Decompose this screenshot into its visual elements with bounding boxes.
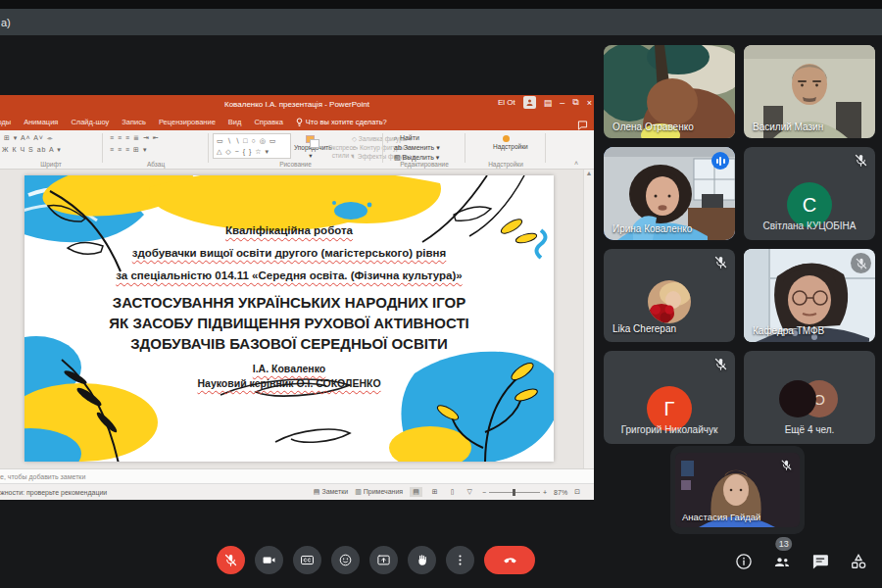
arrange-icon: [306, 135, 315, 143]
group-label-font: Шрифт: [0, 161, 102, 168]
more-vert-icon: [453, 553, 467, 567]
ribbon-group-drawing: ▭ ∖ ∖ □ ○ ◎ ▭ △ ◇ ~ { } ☆ ▾ Упорядочить …: [209, 130, 382, 169]
self-video: Анастасия Гайдай: [675, 453, 800, 527]
align-icons[interactable]: ≡ ≡ ≡ ⊞ ▾: [110, 146, 147, 154]
slide-title-2: ЯК ЗАСОБУ ПІДВИЩЕННЯ РУХОВОЇ АКТИВНОСТІ: [24, 315, 554, 331]
participant-name: Григорий Николайчук: [604, 424, 735, 435]
participant-tile-irina-speaking[interactable]: Ирина Коваленко: [604, 147, 735, 240]
fit-slide-icon[interactable]: ⊡: [574, 488, 580, 496]
slide-author: І.А. Коваленко: [24, 363, 554, 374]
tab-record[interactable]: Запись: [122, 118, 146, 127]
ribbon-group-addins: Надстройки Надстройки: [466, 130, 545, 169]
addins-button[interactable]: Надстройки: [493, 133, 518, 150]
slideshow-icon[interactable]: ▽: [465, 487, 475, 497]
ribbon-display-options-icon[interactable]: ▤: [544, 98, 553, 108]
font-style-icons[interactable]: Ж К Ч S ab A ▾: [2, 146, 62, 154]
videocam-icon: [262, 553, 276, 567]
mic-off-icon: [780, 459, 793, 471]
slide-sorter-icon[interactable]: ⊞: [429, 487, 441, 497]
slide-scrollbar[interactable]: ▲: [583, 170, 594, 468]
group-label-editing: Редактирование: [384, 161, 465, 168]
hand-icon: [415, 553, 429, 567]
replace-button[interactable]: ab Заменить ▾: [394, 143, 440, 153]
meeting-meta-controls: 13: [733, 551, 869, 572]
restore-icon[interactable]: ⧉: [572, 97, 578, 108]
find-button[interactable]: ⌕ Найти: [394, 133, 440, 143]
ppt-title-bar: Коваленко І.А. презентація - PowerPoint …: [0, 95, 594, 114]
participant-tile-overflow[interactable]: О Ещё 4 чел.: [744, 351, 875, 444]
avatar-photo: [648, 280, 691, 323]
ppt-account-name: El Ot: [498, 98, 515, 107]
shapes-gallery[interactable]: ▭ ∖ ∖ □ ○ ◎ ▭ △ ◇ ~ { } ☆ ▾: [213, 133, 291, 159]
mic-off-icon: [713, 357, 728, 371]
accessibility-status[interactable]: жности: проверьте рекомендации: [0, 489, 107, 496]
lightbulb-icon: [296, 118, 303, 127]
browser-tab-bar: a): [0, 9, 882, 35]
minimize-icon[interactable]: –: [560, 98, 564, 108]
present-screen-button[interactable]: [369, 546, 398, 574]
comments-toggle[interactable]: ▥ Примечания: [355, 488, 403, 496]
group-label-addins: Надстройки: [466, 161, 545, 168]
collapse-ribbon-icon[interactable]: ˄: [574, 160, 578, 167]
account-avatar-icon[interactable]: [523, 96, 536, 109]
mic-toggle-button[interactable]: [217, 546, 245, 574]
ppt-status-bar: жности: проверьте рекомендации ▤ Заметки…: [0, 483, 594, 500]
notes-toggle[interactable]: ▤ Заметки: [314, 488, 348, 496]
slide-subtitle-3: за спеціальністю 014.11 «Середня освіта.…: [24, 270, 554, 281]
captions-button[interactable]: [293, 546, 321, 574]
mic-off-icon: [713, 255, 728, 270]
more-options-button[interactable]: [446, 546, 474, 574]
activities-icon: [849, 552, 868, 571]
tell-me-box[interactable]: Что вы хотите сделать?: [296, 118, 387, 127]
overflow-avatars: О: [779, 380, 840, 419]
window-top-edge: [0, 0, 882, 9]
ppt-ribbon-tab-row: Переходы Анимация Слайд-шоу Запись Рецен…: [0, 114, 594, 130]
participant-tile-lika[interactable]: Lika Cherepan: [604, 249, 735, 342]
tab-view[interactable]: Вид: [228, 118, 242, 127]
participant-tile-olena[interactable]: Олена Отравенко: [604, 45, 735, 138]
tab-animation[interactable]: Анимация: [24, 118, 58, 127]
mic-off-icon: [854, 153, 868, 168]
tab-review[interactable]: Рецензирование: [159, 118, 216, 127]
zoom-slider[interactable]: − +: [482, 489, 547, 496]
participant-tile-kafedra[interactable]: Кафедра ТМФВ: [744, 249, 875, 342]
participants-button[interactable]: 13: [771, 551, 793, 572]
reactions-button[interactable]: [331, 546, 360, 574]
tab-slideshow[interactable]: Слайд-шоу: [71, 118, 109, 127]
group-label-drawing: Рисование: [209, 161, 382, 168]
participant-tile-grigoriy[interactable]: Г Григорий Николайчук: [604, 351, 735, 444]
close-icon[interactable]: ×: [587, 98, 592, 108]
self-name: Анастасия Гайдай: [682, 512, 760, 522]
end-call-button[interactable]: [484, 546, 535, 574]
present-icon: [376, 553, 391, 567]
tab-help[interactable]: Справка: [254, 118, 282, 127]
meeting-details-button[interactable]: [733, 551, 755, 572]
normal-view-icon[interactable]: ▤: [410, 487, 422, 497]
font-tools-icons[interactable]: ⊞ ▾ A˄ A˅ ⌯: [4, 134, 54, 142]
browser-tab-label: a): [1, 17, 11, 28]
activities-button[interactable]: [848, 551, 869, 572]
participant-tile-svitlana[interactable]: С Світлана КУЦОБІНА: [744, 147, 875, 240]
camera-toggle-button[interactable]: [255, 546, 283, 574]
ribbon-group-font: ⊞ ▾ A˄ A˅ ⌯ Ж К Ч S ab A ▾ Шрифт: [0, 130, 102, 169]
group-label-paragraph: Абзац: [104, 161, 208, 168]
zoom-level[interactable]: 87%: [554, 489, 567, 496]
reading-view-icon[interactable]: ▯: [448, 487, 458, 497]
participant-tile-vasiliy[interactable]: Василий Мазин: [744, 45, 875, 138]
list-icons[interactable]: ≡ ≡ ≡ ≣ ⇥ ⇤: [110, 134, 160, 142]
shared-screen-powerpoint: Коваленко І.А. презентація - PowerPoint …: [0, 95, 594, 500]
arrange-button[interactable]: Упорядочить ▾: [294, 133, 327, 161]
participant-name: Світлана КУЦОБІНА: [744, 220, 875, 231]
speaking-indicator-icon: [711, 152, 729, 170]
ppt-notes-bar[interactable]: е, чтобы добавить заметки: [0, 468, 594, 483]
tab-transitions[interactable]: Переходы: [0, 118, 11, 127]
mic-off-icon: [223, 553, 238, 567]
slide-supervisor: Науковий керівник О.І. СОКОЛЕНКО: [24, 377, 554, 389]
participant-count-badge: 13: [775, 537, 792, 551]
comments-icon[interactable]: [577, 117, 588, 130]
raise-hand-button[interactable]: [408, 546, 436, 574]
ppt-ribbon: ⊞ ▾ A˄ A˅ ⌯ Ж К Ч S ab A ▾ Шрифт ≡ ≡ ≡ ≣…: [0, 130, 594, 170]
smiley-icon: [338, 553, 353, 567]
chat-button[interactable]: [809, 551, 831, 572]
self-view-container[interactable]: Анастасия Гайдай: [670, 446, 805, 534]
